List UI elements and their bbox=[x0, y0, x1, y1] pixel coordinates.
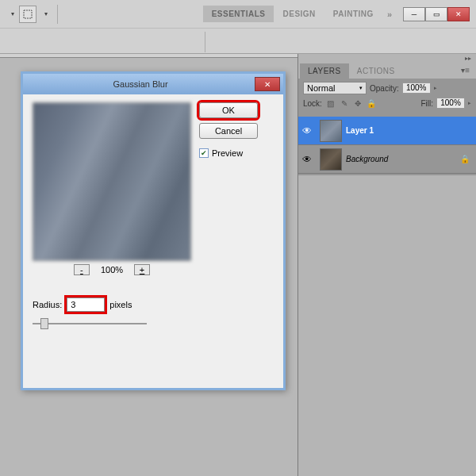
layer-row[interactable]: 👁 Layer 1 bbox=[298, 117, 476, 145]
window-controls: ─ ▭ ✕ bbox=[403, 7, 470, 21]
workspace-tab-painting[interactable]: PAINTING bbox=[324, 6, 382, 22]
workspace-tab-essentials[interactable]: ESSENTIALS bbox=[203, 6, 274, 22]
layer-row[interactable]: 👁 Background 🔒 bbox=[298, 145, 476, 174]
zoom-level: 100% bbox=[101, 265, 123, 274]
panel-menu-icon[interactable]: ▾≡ bbox=[456, 63, 474, 79]
preview-label: Preview bbox=[212, 148, 243, 158]
ok-button[interactable]: OK bbox=[199, 102, 258, 118]
restore-button[interactable]: ▭ bbox=[425, 7, 447, 21]
workspace-switcher: ESSENTIALS DESIGN PAINTING » bbox=[203, 6, 397, 22]
opacity-input[interactable]: 100% bbox=[402, 83, 431, 94]
gaussian-blur-dialog: Gaussian Blur ✕ - 100% + OK Cancel ✔ Pre… bbox=[21, 71, 286, 390]
lock-buttons: ▨ ✎ ✥ 🔒 bbox=[325, 98, 377, 109]
divider bbox=[57, 5, 58, 24]
minimize-button[interactable]: ─ bbox=[403, 7, 425, 21]
layer-name[interactable]: Layer 1 bbox=[346, 126, 476, 135]
preview-checkbox[interactable]: ✔ bbox=[199, 148, 209, 158]
opacity-flyout-icon[interactable]: ▸ bbox=[434, 85, 437, 91]
tool-preset-button[interactable] bbox=[19, 6, 36, 23]
tab-layers[interactable]: LAYERS bbox=[300, 63, 349, 79]
layer-name[interactable]: Background bbox=[346, 155, 460, 163]
radius-unit: pixels bbox=[109, 300, 132, 309]
visibility-icon[interactable]: 👁 bbox=[298, 154, 316, 165]
radius-label: Radius: bbox=[33, 300, 62, 309]
panel-tabs: LAYERS ACTIONS ▾≡ bbox=[298, 62, 476, 79]
lock-icon: 🔒 bbox=[460, 155, 470, 163]
visibility-icon[interactable]: 👁 bbox=[298, 125, 316, 136]
layer-thumbnail[interactable] bbox=[320, 120, 342, 142]
panels-dock: ▸▸ LAYERS ACTIONS ▾≡ Normal▾ Opacity: 10… bbox=[298, 54, 476, 476]
lock-label: Lock: bbox=[303, 99, 322, 108]
fill-label: Fill: bbox=[420, 99, 433, 108]
dialog-title: Gaussian Blur bbox=[26, 79, 255, 89]
options-bar: ▾ ▾ ESSENTIALS DESIGN PAINTING » ─ ▭ ✕ bbox=[0, 0, 476, 29]
lock-position-icon[interactable]: ✥ bbox=[352, 98, 363, 109]
dropdown-arrow-icon[interactable]: ▾ bbox=[11, 10, 14, 17]
dialog-titlebar[interactable]: Gaussian Blur ✕ bbox=[23, 74, 283, 94]
zoom-in-button[interactable]: + bbox=[134, 264, 150, 275]
fill-flyout-icon[interactable]: ▸ bbox=[468, 100, 471, 106]
lock-all-icon[interactable]: 🔒 bbox=[366, 98, 377, 109]
zoom-out-button[interactable]: - bbox=[74, 264, 90, 275]
tab-actions[interactable]: ACTIONS bbox=[349, 63, 403, 79]
collapse-icon[interactable]: ▸▸ bbox=[465, 55, 471, 62]
radius-slider[interactable] bbox=[33, 318, 274, 329]
blur-preview[interactable] bbox=[33, 102, 191, 261]
layers-list: 👁 Layer 1 👁 Background 🔒 bbox=[298, 115, 476, 175]
cancel-button[interactable]: Cancel bbox=[199, 123, 258, 139]
lock-paint-icon[interactable]: ✎ bbox=[339, 98, 350, 109]
lock-transparency-icon[interactable]: ▨ bbox=[325, 98, 336, 109]
workspace-tab-design[interactable]: DESIGN bbox=[274, 6, 324, 22]
close-button[interactable]: ✕ bbox=[447, 7, 470, 21]
layers-panel: Normal▾ Opacity: 100% ▸ Lock: ▨ ✎ ✥ 🔒 Fi… bbox=[298, 79, 476, 115]
blend-mode-select[interactable]: Normal▾ bbox=[303, 82, 367, 94]
workspace-more-icon[interactable]: » bbox=[382, 10, 397, 19]
slider-thumb[interactable] bbox=[40, 318, 48, 329]
fill-input[interactable]: 100% bbox=[436, 98, 465, 109]
radius-input[interactable] bbox=[67, 298, 105, 312]
secondary-toolbar bbox=[0, 29, 476, 54]
dialog-close-button[interactable]: ✕ bbox=[255, 77, 280, 91]
dropdown-arrow-icon[interactable]: ▾ bbox=[44, 10, 48, 17]
svg-rect-0 bbox=[24, 10, 32, 18]
opacity-label: Opacity: bbox=[370, 84, 399, 93]
layer-thumbnail[interactable] bbox=[320, 148, 342, 171]
slider-track bbox=[33, 323, 147, 324]
